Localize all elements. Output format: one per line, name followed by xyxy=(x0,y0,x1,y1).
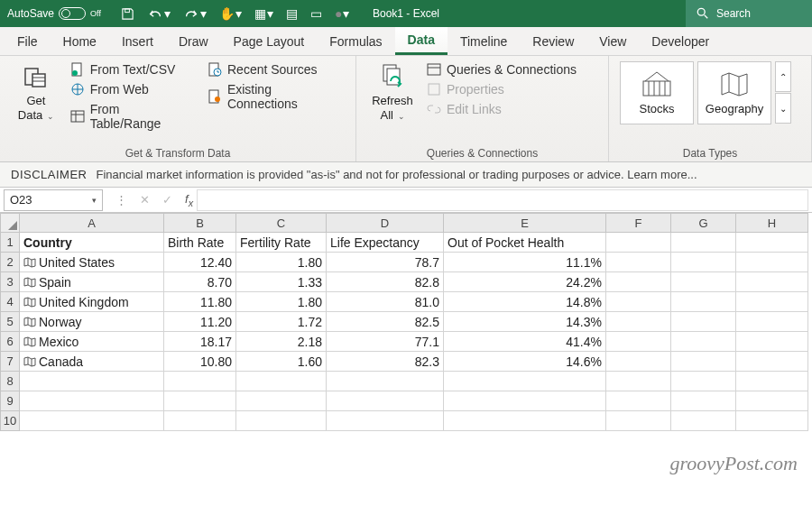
cell-D10[interactable] xyxy=(327,411,444,431)
cell-F4[interactable] xyxy=(606,292,671,312)
redo-icon[interactable]: ▾ xyxy=(183,6,207,21)
geography-button[interactable]: Geography xyxy=(697,61,771,124)
grid-icon[interactable]: ▤ xyxy=(286,6,298,21)
cell-D7[interactable]: 82.3 xyxy=(327,352,444,372)
cell-G2[interactable] xyxy=(671,253,736,272)
cell-F8[interactable] xyxy=(606,372,671,391)
tab-draw[interactable]: Draw xyxy=(166,29,221,54)
cell-F1[interactable] xyxy=(606,233,671,253)
cell-E1[interactable]: Out of Pocket Health xyxy=(444,233,606,253)
autosave-toggle[interactable]: AutoSave Off xyxy=(7,7,101,20)
cell-D5[interactable]: 82.5 xyxy=(327,312,444,332)
cell-H9[interactable] xyxy=(736,391,808,411)
cell-H3[interactable] xyxy=(736,272,808,292)
cell-D3[interactable]: 82.8 xyxy=(327,272,444,292)
cell-F6[interactable] xyxy=(606,332,671,352)
cell-E5[interactable]: 14.3% xyxy=(444,312,606,332)
cell-A6[interactable]: Mexico xyxy=(20,332,164,352)
cell-C4[interactable]: 1.80 xyxy=(236,292,327,312)
table-icon[interactable]: ▦▾ xyxy=(254,6,273,21)
datatype-scroll-up[interactable]: ⌃ xyxy=(775,61,791,92)
col-header-F[interactable]: F xyxy=(606,213,671,233)
col-header-E[interactable]: E xyxy=(444,213,606,233)
cell-G4[interactable] xyxy=(671,292,736,312)
cell-F9[interactable] xyxy=(606,391,671,411)
cell-D9[interactable] xyxy=(327,391,444,411)
row-header-6[interactable]: 6 xyxy=(0,332,20,352)
cell-C9[interactable] xyxy=(236,391,327,411)
cell-F3[interactable] xyxy=(606,272,671,292)
search-box[interactable]: Search xyxy=(686,0,812,27)
cell-B9[interactable] xyxy=(164,391,236,411)
options-icon[interactable]: ⋮ xyxy=(115,193,127,207)
cell-H7[interactable] xyxy=(736,352,808,372)
cell-G6[interactable] xyxy=(671,332,736,352)
cell-A2[interactable]: United States xyxy=(20,253,164,272)
fx-icon[interactable]: fx xyxy=(185,192,193,208)
queries-connections-button[interactable]: Queries & Connections xyxy=(427,61,577,78)
cell-H4[interactable] xyxy=(736,292,808,312)
cell-G9[interactable] xyxy=(671,391,736,411)
cell-H8[interactable] xyxy=(736,372,808,391)
form-icon[interactable]: ▭ xyxy=(310,6,322,21)
cell-F10[interactable] xyxy=(606,411,671,431)
cell-G7[interactable] xyxy=(671,352,736,372)
cell-E7[interactable]: 14.6% xyxy=(444,352,606,372)
col-header-D[interactable]: D xyxy=(327,213,444,233)
cell-B5[interactable]: 11.20 xyxy=(164,312,236,332)
cell-H1[interactable] xyxy=(736,233,808,253)
cell-D2[interactable]: 78.7 xyxy=(327,253,444,272)
cell-H6[interactable] xyxy=(736,332,808,352)
cell-B2[interactable]: 12.40 xyxy=(164,253,236,272)
tab-developer[interactable]: Developer xyxy=(639,29,722,54)
col-header-G[interactable]: G xyxy=(671,213,736,233)
cell-C2[interactable]: 1.80 xyxy=(236,253,327,272)
from-table-button[interactable]: From Table/Range xyxy=(70,101,193,132)
cell-F5[interactable] xyxy=(606,312,671,332)
datatype-scroll-down[interactable]: ⌄ xyxy=(775,93,791,124)
cell-D6[interactable]: 77.1 xyxy=(327,332,444,352)
row-header-10[interactable]: 10 xyxy=(0,411,20,431)
row-header-3[interactable]: 3 xyxy=(0,272,20,292)
save-icon[interactable] xyxy=(121,7,134,21)
cell-F2[interactable] xyxy=(606,253,671,272)
from-text-csv-button[interactable]: From Text/CSV xyxy=(70,61,193,78)
cell-A1[interactable]: Country xyxy=(20,233,164,253)
cell-A9[interactable] xyxy=(20,391,164,411)
tab-page-layout[interactable]: Page Layout xyxy=(221,29,318,54)
get-data-button[interactable]: GetData ⌄ xyxy=(11,61,61,132)
cell-A3[interactable]: Spain xyxy=(20,272,164,292)
row-header-4[interactable]: 4 xyxy=(0,292,20,312)
cell-F7[interactable] xyxy=(606,352,671,372)
col-header-H[interactable]: H xyxy=(736,213,808,233)
cell-E10[interactable] xyxy=(444,411,606,431)
row-header-7[interactable]: 7 xyxy=(0,352,20,372)
cell-C10[interactable] xyxy=(236,411,327,431)
formula-input[interactable] xyxy=(197,189,808,211)
tab-review[interactable]: Review xyxy=(520,29,586,54)
tab-home[interactable]: Home xyxy=(51,29,109,54)
cell-G8[interactable] xyxy=(671,372,736,391)
cell-B1[interactable]: Birth Rate xyxy=(164,233,236,253)
cell-H10[interactable] xyxy=(736,411,808,431)
cell-C1[interactable]: Fertility Rate xyxy=(236,233,327,253)
row-header-2[interactable]: 2 xyxy=(0,253,20,272)
row-header-8[interactable]: 8 xyxy=(0,372,20,391)
cell-A10[interactable] xyxy=(20,411,164,431)
col-header-C[interactable]: C xyxy=(236,213,327,233)
touch-icon[interactable]: ✋▾ xyxy=(219,6,242,21)
cell-G1[interactable] xyxy=(671,233,736,253)
cell-A7[interactable]: Canada xyxy=(20,352,164,372)
cell-D8[interactable] xyxy=(327,372,444,391)
cell-H5[interactable] xyxy=(736,312,808,332)
tab-file[interactable]: File xyxy=(5,29,51,54)
tab-data[interactable]: Data xyxy=(395,27,448,55)
cell-C5[interactable]: 1.72 xyxy=(236,312,327,332)
cell-C8[interactable] xyxy=(236,372,327,391)
undo-icon[interactable]: ▾ xyxy=(147,6,171,21)
cell-B3[interactable]: 8.70 xyxy=(164,272,236,292)
cell-A4[interactable]: United Kingdom xyxy=(20,292,164,312)
cell-E9[interactable] xyxy=(444,391,606,411)
name-box[interactable]: O23 ▾ xyxy=(4,189,103,211)
cell-G5[interactable] xyxy=(671,312,736,332)
